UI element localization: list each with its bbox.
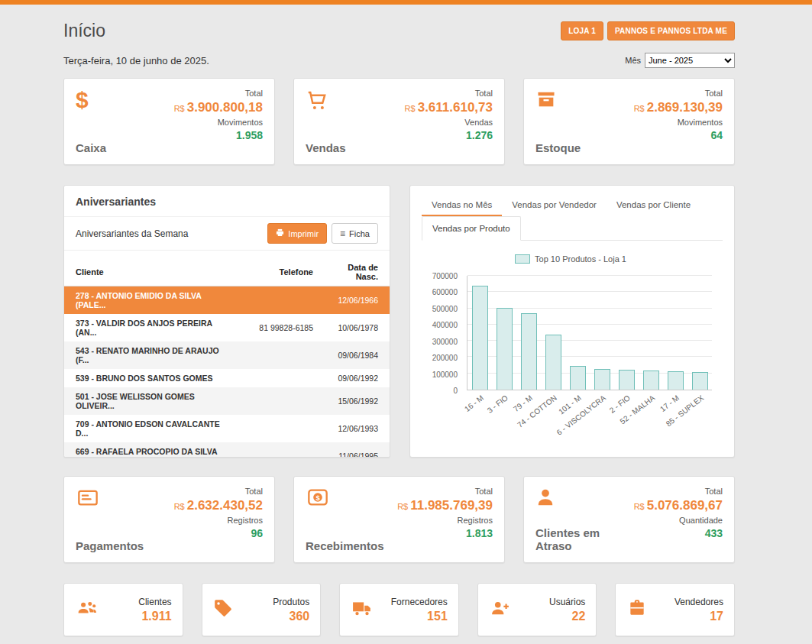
produtos-count: 360 [273,610,309,623]
clientes-count: 1.911 [138,610,171,623]
col-data-nasc: Data de Nasc. [319,258,390,286]
chart-bar-4 [570,366,586,390]
table-row[interactable]: 669 - RAFAELA PROCOPIO DA SILVA CA... 11… [64,442,390,458]
page-title: Início [63,21,105,41]
pagamentos-count: 96 [174,527,263,539]
month-select[interactable]: June - 2025 [645,53,735,68]
chart-x-label: 16 - M [463,393,485,413]
chart-bar-6 [619,370,635,390]
chart-bar-9 [692,372,708,390]
usuarios-count: 22 [549,610,585,623]
ficha-button[interactable]: ≡ Ficha [332,223,378,244]
vendedores-label: Vendedores [675,597,723,607]
legend-swatch-icon [515,254,530,264]
birthdays-table: Cliente Telefone Data de Nasc. 278 - ANT… [64,258,390,458]
telefone-cell [234,387,319,415]
chart-bar-1 [497,308,513,390]
clientes-atraso-count: 433 [634,527,723,539]
clientes-label: Clientes [138,597,171,607]
table-row[interactable]: 278 - ANTONIO EMIDIO DA SILVA (PALE... 1… [64,286,390,315]
clientes-atraso-total: R$5.076.869,67 [634,498,723,513]
cliente-cell: 278 - ANTONIO EMIDIO DA SILVA (PALE... [64,286,234,315]
produtos-card: Produtos 360 [202,583,322,636]
recebimentos-total: R$11.985.769,39 [397,498,493,513]
chart-bar-0 [472,286,488,390]
clientes-atraso-card: Clientes em Atraso Total R$5.076.869,67 … [523,476,735,563]
chart-plot: 16 - M3 - FIO79 - M74 - COTTON101 - M6 -… [467,276,712,390]
clientes-atraso-label: Clientes em Atraso [535,526,634,552]
svg-text:$: $ [315,494,320,502]
money-icon: $ [306,487,384,510]
aniversariantes-card: Aniversariantes Aniversariantes da Seman… [63,185,390,458]
table-row[interactable]: 543 - RENATO MARINHO DE ARAUJO (F... 09/… [64,341,390,369]
chart-bar-7 [643,371,659,390]
stats-row-2: Pagamentos Total R$2.632.430,52 Registro… [63,476,735,563]
fornecedores-card: Fornecedores 151 [339,583,459,636]
fornecedores-label: Fornecedores [391,597,448,607]
movimentos-label: Movimentos [634,118,723,127]
total-label: Total [634,89,723,98]
recebimentos-card: $ Recebimentos Total R$11.985.769,39 Reg… [293,476,505,563]
month-label: Mês [625,56,641,65]
data-cell: 12/06/1966 [319,286,390,315]
cart-icon [306,89,346,114]
table-row[interactable]: 501 - JOSE WELISSON GOMES OLIVEIR... 15/… [64,387,390,415]
month-picker: Mês June - 2025 [625,53,735,68]
telefone-cell [234,442,319,458]
table-row[interactable]: 709 - ANTONIO EDSON CAVALCANTE D... 12/0… [64,415,390,442]
dashboard: Início LOJA 1 PANNOS E PANNOS LTDA ME Te… [63,17,735,636]
stats-row-1: $ Caixa Total R$3.900.800,18 Movimentos … [63,78,735,165]
cliente-cell: 543 - RENATO MARINHO DE ARAUJO (F... [64,341,234,369]
tab-vendas-por-produto[interactable]: Vendas por Produto [422,216,521,241]
data-cell: 09/06/1992 [319,369,390,387]
current-date: Terça-feira, 10 de junho de 2025. [63,55,209,66]
total-label: Total [634,487,723,496]
pagamentos-label: Pagamentos [76,539,144,552]
table-row[interactable]: 373 - VALDIR DOS ANJOS PEREIRA (AN... 81… [64,314,390,341]
chart-y-axis: 0100000200000300000400000500000600000700… [425,276,463,390]
chart-bar-3 [545,335,561,390]
aniversariantes-title: Aniversariantes [64,186,390,217]
telefone-cell [234,286,319,315]
store-button[interactable]: LOJA 1 [561,21,603,40]
estoque-total: R$2.869.130,39 [634,100,723,115]
telefone-cell [234,369,319,387]
cliente-cell: 373 - VALDIR DOS ANJOS PEREIRA (AN... [64,314,234,341]
col-cliente: Cliente [64,258,234,286]
caixa-label: Caixa [76,141,106,154]
vendas-tabs: Vendas no Mês Vendas por Vendedor Vendas… [422,193,723,241]
chart-bar-5 [594,369,610,390]
tab-vendas-por-cliente[interactable]: Vendas por Cliente [607,193,700,216]
data-cell: 09/06/1984 [319,341,390,369]
caixa-total: R$3.900.800,18 [174,100,263,115]
data-cell: 11/06/1995 [319,442,390,458]
tab-vendas-no-mes[interactable]: Vendas no Mês [422,193,502,216]
data-cell: 15/06/1992 [319,387,390,415]
bar-chart: 0100000200000300000400000500000600000700… [467,276,712,390]
vendedores-count: 17 [675,610,723,623]
chart-bar-2 [521,313,537,390]
company-button[interactable]: PANNOS E PANNOS LTDA ME [607,21,735,40]
truck-icon [351,598,374,621]
mid-row: Aniversariantes Aniversariantes da Seman… [63,185,735,458]
printer-icon [276,228,284,238]
top-accent-bar [0,0,812,5]
total-label: Total [405,89,493,98]
imprimir-button[interactable]: Imprimir [267,223,327,244]
list-icon: ≡ [340,229,345,238]
table-row[interactable]: 539 - BRUNO DOS SANTOS GOMES 09/06/1992 [64,369,390,387]
date-row: Terça-feira, 10 de junho de 2025. Mês Ju… [63,52,735,69]
estoque-label: Estoque [535,141,581,154]
tab-vendas-por-vendedor[interactable]: Vendas por Vendedor [502,193,607,216]
vendas-panel: Vendas no Mês Vendas por Vendedor Vendas… [409,185,735,458]
briefcase-icon [626,598,648,621]
tag-icon [213,598,233,621]
vendas-count: 1.276 [405,129,493,141]
registros-label: Registros [174,516,263,525]
telefone-cell [234,341,319,369]
summary-row: Clientes 1.911 Produtos 360 Fornecedores… [63,583,735,636]
data-cell: 10/06/1978 [319,314,390,341]
produtos-label: Produtos [273,597,309,607]
recebimentos-count: 1.813 [397,527,493,539]
total-label: Total [174,487,263,496]
